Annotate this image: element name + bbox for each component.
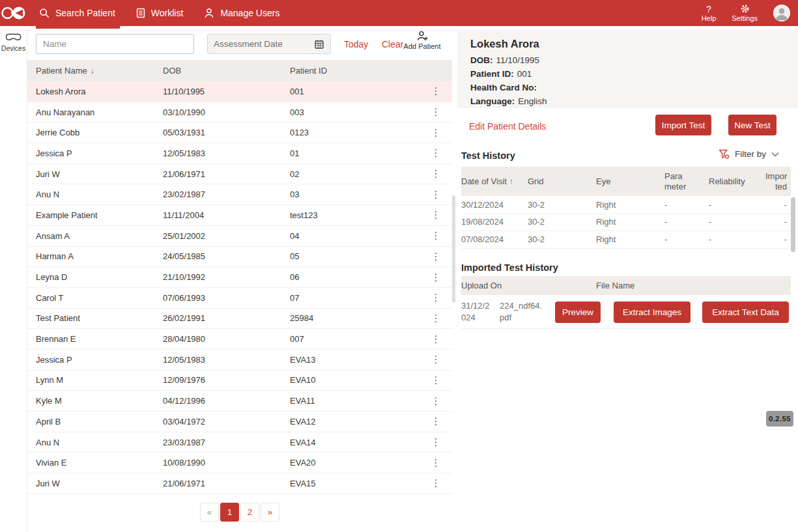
table-row[interactable]: Lynn M12/09/1976EVA10⋮ bbox=[27, 371, 452, 391]
row-menu-icon[interactable]: ⋮ bbox=[423, 272, 452, 283]
table-row[interactable]: Anu N23/03/1987EVA14⋮ bbox=[27, 432, 452, 453]
patient-id-cell: 07 bbox=[290, 293, 423, 303]
table-row[interactable]: Kyle M04/12/1996EVA11⋮ bbox=[27, 391, 452, 412]
page-button-2[interactable]: 2 bbox=[240, 503, 259, 522]
test-history-column-header[interactable]: Reliability bbox=[709, 176, 765, 187]
patient-id-label: Patient ID: bbox=[470, 69, 514, 79]
table-row[interactable]: Jessica P12/05/198301⋮ bbox=[27, 143, 452, 164]
row-menu-icon[interactable]: ⋮ bbox=[423, 374, 452, 386]
table-row[interactable]: Leyna D21/10/199206⋮ bbox=[27, 267, 452, 288]
test-history-scrollbar[interactable] bbox=[791, 197, 795, 252]
row-menu-icon[interactable]: ⋮ bbox=[423, 106, 452, 118]
table-row[interactable]: Harman A24/05/198505⋮ bbox=[27, 247, 452, 268]
tab-manage-users[interactable]: Manage Users bbox=[204, 0, 279, 26]
table-row[interactable]: Jessica P12/05/1983EVA13⋮ bbox=[27, 350, 452, 371]
table-row[interactable]: Juri W21/06/197102⋮ bbox=[27, 164, 452, 185]
assessment-date-field[interactable]: Assessment Date bbox=[207, 34, 331, 54]
settings-button[interactable]: Settings bbox=[732, 4, 758, 22]
patient-name-cell: Harman A bbox=[36, 251, 163, 261]
next-page-button[interactable]: » bbox=[261, 503, 279, 522]
table-row[interactable]: Jerrie Cobb05/03/19310123⋮ bbox=[27, 122, 452, 143]
row-menu-icon[interactable]: ⋮ bbox=[423, 292, 452, 303]
prev-page-button[interactable]: « bbox=[200, 503, 219, 522]
table-row[interactable]: Juri W21/06/1971EVA15⋮ bbox=[27, 473, 452, 494]
row-menu-icon[interactable]: ⋮ bbox=[423, 230, 452, 242]
patient-list-scrollbar[interactable] bbox=[452, 195, 455, 303]
table-row[interactable]: Test Patient26/02/199125984⋮ bbox=[27, 309, 452, 329]
table-row[interactable]: April B03/04/1972EVA12⋮ bbox=[27, 412, 452, 432]
patient-id-cell: 03 bbox=[290, 189, 423, 199]
row-menu-icon[interactable]: ⋮ bbox=[423, 189, 452, 201]
row-menu-icon[interactable]: ⋮ bbox=[423, 415, 452, 427]
language-value: English bbox=[518, 96, 547, 106]
column-header-patient-id[interactable]: Patient ID bbox=[290, 66, 423, 76]
today-link[interactable]: Today bbox=[344, 39, 368, 49]
dob-cell: 12/09/1976 bbox=[163, 375, 290, 385]
patient-name-cell: Vivian E bbox=[36, 458, 163, 468]
tab-search-patient[interactable]: Search Patient bbox=[39, 0, 115, 26]
row-menu-icon[interactable]: ⋮ bbox=[423, 251, 452, 262]
health-card-line: Health Card No: bbox=[470, 81, 785, 94]
table-row[interactable]: Anu Narayanan03/10/1990003⋮ bbox=[27, 102, 452, 123]
dob-cell: 23/03/1987 bbox=[163, 438, 290, 447]
extract-images-button[interactable]: Extract Images bbox=[614, 301, 691, 323]
row-menu-icon[interactable]: ⋮ bbox=[423, 147, 452, 159]
row-menu-icon[interactable]: ⋮ bbox=[423, 85, 452, 97]
table-row[interactable]: Brennan E28/04/1980007⋮ bbox=[27, 329, 452, 350]
imported-column-header[interactable]: Upload On bbox=[461, 281, 596, 290]
add-patient-icon bbox=[416, 31, 429, 42]
sidebar-item-devices[interactable]: Devices bbox=[0, 29, 27, 532]
column-header-dob[interactable]: DOB bbox=[163, 66, 290, 76]
row-menu-icon[interactable]: ⋮ bbox=[423, 354, 452, 365]
test-history-cell: - bbox=[765, 217, 791, 227]
user-avatar[interactable] bbox=[773, 5, 790, 21]
new-test-button[interactable]: New Test bbox=[728, 115, 777, 135]
row-menu-icon[interactable]: ⋮ bbox=[423, 333, 452, 345]
extract-text-data-button[interactable]: Extract Text Data bbox=[702, 301, 789, 323]
row-menu-icon[interactable]: ⋮ bbox=[423, 209, 452, 221]
tab-worklist[interactable]: Worklist bbox=[136, 0, 184, 26]
test-history-column-header[interactable]: Eye bbox=[596, 176, 664, 187]
patient-name-cell: Test Patient bbox=[36, 313, 163, 323]
add-patient-button[interactable]: Add Patient bbox=[399, 31, 446, 50]
row-menu-icon[interactable]: ⋮ bbox=[423, 436, 452, 448]
imported-column-header[interactable]: File Name bbox=[596, 281, 634, 290]
column-header-patient-name[interactable]: Patient Name↓ bbox=[36, 66, 163, 76]
table-row[interactable]: Anu N23/02/198703⋮ bbox=[27, 184, 452, 205]
test-history-column-header[interactable]: Impor ted bbox=[765, 171, 791, 192]
row-menu-icon[interactable]: ⋮ bbox=[423, 168, 452, 180]
test-history-column-header[interactable]: Date of Visit↑ bbox=[461, 176, 528, 187]
row-menu-icon[interactable]: ⋮ bbox=[423, 457, 452, 469]
sort-asc-icon: ↑ bbox=[509, 177, 513, 186]
chevron-down-icon bbox=[771, 152, 779, 157]
test-history-row[interactable]: 19/08/202430-2Right--- bbox=[461, 214, 791, 232]
preview-button[interactable]: Preview bbox=[555, 301, 601, 323]
dob-cell: 10/08/1990 bbox=[163, 458, 290, 468]
patient-name-cell: Jessica P bbox=[36, 355, 163, 365]
import-test-button[interactable]: Import Test bbox=[655, 115, 711, 135]
test-history-row[interactable]: 07/08/202430-2Right--- bbox=[461, 231, 791, 249]
patient-id-cell: 01 bbox=[290, 148, 423, 158]
test-history-column-header[interactable]: Para meter bbox=[664, 171, 709, 192]
filter-by-dropdown[interactable]: Filter by bbox=[719, 149, 779, 159]
test-history-body: 30/12/202430-2Right---19/08/202430-2Righ… bbox=[461, 197, 791, 249]
table-row[interactable]: Lokesh Arora11/10/1995001⋮ bbox=[27, 81, 452, 102]
help-button[interactable]: ? Help bbox=[702, 5, 717, 22]
row-menu-icon[interactable]: ⋮ bbox=[423, 477, 452, 489]
table-row[interactable]: Example Patient11/11/2004test123⋮ bbox=[27, 205, 452, 226]
row-menu-icon[interactable]: ⋮ bbox=[423, 313, 452, 324]
dob-cell: 28/04/1980 bbox=[163, 334, 290, 344]
table-row[interactable]: Vivian E10/08/1990EVA20⋮ bbox=[27, 453, 452, 473]
row-menu-icon[interactable]: ⋮ bbox=[423, 395, 452, 407]
test-history-cell: 30-2 bbox=[528, 200, 596, 210]
name-search-input[interactable] bbox=[36, 34, 194, 54]
test-history-cell: - bbox=[709, 200, 765, 210]
patient-id-cell: 001 bbox=[290, 87, 423, 96]
table-row[interactable]: Ansam A25/01/200204⋮ bbox=[27, 226, 452, 247]
table-row[interactable]: Carol T07/06/199307⋮ bbox=[27, 288, 452, 309]
test-history-row[interactable]: 30/12/202430-2Right--- bbox=[461, 197, 791, 214]
test-history-column-header[interactable]: Grid bbox=[528, 176, 596, 187]
edit-patient-details-link[interactable]: Edit Patient Details bbox=[469, 121, 546, 132]
page-button-1[interactable]: 1 bbox=[220, 503, 239, 522]
row-menu-icon[interactable]: ⋮ bbox=[423, 127, 452, 139]
